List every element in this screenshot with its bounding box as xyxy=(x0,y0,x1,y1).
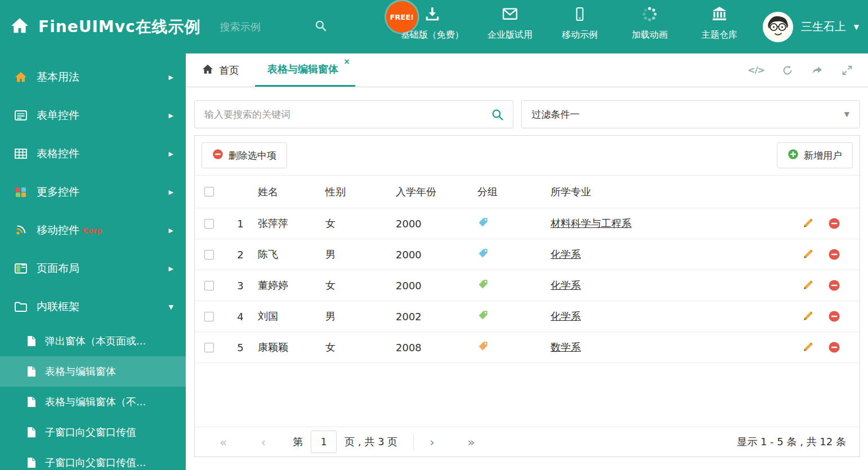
chevron-down-icon: ▼ xyxy=(844,110,849,118)
expand-icon[interactable] xyxy=(841,64,853,77)
tab-home-label: 首页 xyxy=(219,64,239,77)
nav-label: 基础版（免费） xyxy=(401,29,464,41)
home-icon[interactable] xyxy=(10,17,29,37)
table-header: 姓名 性别 入学年份 分组 所学专业 xyxy=(195,176,860,208)
nav-enterprise-trial[interactable]: 企业版试用 xyxy=(486,6,534,41)
main-wrap: 基本用法 ▶ 表单控件 ▶ 表格控件 ▶ 更多控件 ▶ xyxy=(0,53,868,470)
delete-icon[interactable] xyxy=(828,310,840,323)
row-checkbox[interactable] xyxy=(204,250,214,259)
add-user-button[interactable]: 新增用户 xyxy=(777,142,853,168)
home-icon xyxy=(202,64,214,77)
major-link[interactable]: 数学系 xyxy=(551,341,581,353)
sidebar-item-more-controls[interactable]: 更多控件 ▶ xyxy=(0,173,186,211)
edit-icon[interactable] xyxy=(802,248,813,261)
delete-icon[interactable] xyxy=(828,217,840,230)
sidebar-item-mobile-controls[interactable]: 移动控件 Corp ▶ xyxy=(0,211,186,249)
header-nav: 基础版（免费） 企业版试用 移动示例 加载动画 xyxy=(401,6,743,41)
delete-selected-label: 删除选中项 xyxy=(229,149,276,162)
filter-row: 过滤条件一 ▼ xyxy=(194,100,860,128)
spinner-icon xyxy=(641,6,658,25)
sidebar-subitem-child-to-parent[interactable]: 子窗口向父窗口传值 xyxy=(0,417,186,447)
sidebar-item-page-layout[interactable]: 页面布局 ▶ xyxy=(0,249,186,288)
tab-grid-edit-window[interactable]: 表格与编辑窗体 × xyxy=(255,53,355,87)
first-page-icon[interactable]: « xyxy=(220,435,227,449)
folder-icon xyxy=(14,301,28,313)
major-link[interactable]: 化学系 xyxy=(551,279,581,291)
next-page-icon[interactable]: › xyxy=(429,435,435,449)
row-checkbox[interactable] xyxy=(204,219,214,229)
sidebar: 基本用法 ▶ 表单控件 ▶ 表格控件 ▶ 更多控件 ▶ xyxy=(0,53,186,470)
header-search-input[interactable] xyxy=(220,21,305,33)
nav-label: 企业版试用 xyxy=(487,29,533,41)
nav-theme-store[interactable]: 主题仓库 xyxy=(696,6,743,41)
user-menu[interactable]: 三生石上 ▼ xyxy=(763,0,859,53)
sidebar-item-grid-controls[interactable]: 表格控件 ▶ xyxy=(0,135,186,173)
sidebar-item-label: 表单控件 xyxy=(37,108,79,123)
edit-icon[interactable] xyxy=(802,341,813,353)
delete-selected-button[interactable]: 删除选中项 xyxy=(202,142,287,168)
layout-icon xyxy=(14,262,28,275)
page-number-input[interactable]: 1 xyxy=(311,431,337,453)
delete-icon[interactable] xyxy=(828,341,840,353)
search-icon[interactable] xyxy=(491,108,504,124)
last-page-icon[interactable]: » xyxy=(467,435,475,449)
page-suffix: 页 , 共 3 页 xyxy=(344,435,397,449)
name-cell: 董婷婷 xyxy=(258,279,325,292)
row-checkbox[interactable] xyxy=(204,312,214,321)
chevron-down-icon: ▼ xyxy=(169,303,173,311)
sidebar-subitem-label: 表格与编辑窗体（不... xyxy=(45,395,146,409)
col-year: 入学年份 xyxy=(396,185,477,199)
edit-icon[interactable] xyxy=(802,279,813,292)
chevron-right-icon: ▶ xyxy=(169,265,173,272)
name-cell: 陈飞 xyxy=(258,248,325,261)
col-name: 姓名 xyxy=(258,185,325,199)
sidebar-item-form-controls[interactable]: 表单控件 ▶ xyxy=(0,96,186,135)
row-number: 5 xyxy=(223,342,258,353)
row-checkbox[interactable] xyxy=(204,281,214,290)
page-icon xyxy=(26,457,37,468)
sidebar-item-basic-usage[interactable]: 基本用法 ▶ xyxy=(0,58,186,96)
top-header: FineUIMvc在线示例 FREE! 基础版（免费） 企业版试用 移动示例 xyxy=(0,0,868,53)
page-icon xyxy=(26,396,37,408)
chevron-right-icon: ▶ xyxy=(169,227,173,234)
filter-dropdown[interactable]: 过滤条件一 ▼ xyxy=(521,100,861,128)
refresh-icon[interactable] xyxy=(781,64,794,77)
prev-page-icon[interactable]: ‹ xyxy=(261,435,266,449)
row-checkbox[interactable] xyxy=(204,343,214,352)
sidebar-item-label: 表格控件 xyxy=(37,146,79,161)
share-icon[interactable] xyxy=(811,64,824,77)
major-link[interactable]: 化学系 xyxy=(551,248,581,260)
row-number: 2 xyxy=(223,249,258,261)
avatar xyxy=(763,12,793,42)
nav-mobile-demo[interactable]: 移动示例 xyxy=(556,6,603,41)
edit-icon[interactable] xyxy=(802,310,813,323)
tag-icon xyxy=(477,217,489,228)
select-all-checkbox[interactable] xyxy=(204,187,214,196)
source-code-icon[interactable]: </> xyxy=(748,65,764,75)
tab-home[interactable]: 首页 xyxy=(186,53,255,87)
header-search[interactable] xyxy=(220,20,338,34)
major-link[interactable]: 材料科学与工程系 xyxy=(551,217,632,229)
close-icon[interactable]: × xyxy=(343,57,350,65)
sidebar-subitem-popup-window[interactable]: 弹出窗体（本页面或... xyxy=(0,326,186,356)
sidebar-subitem-grid-edit-window-2[interactable]: 表格与编辑窗体（不... xyxy=(0,387,186,417)
pager-divider xyxy=(413,434,414,450)
gender-cell: 女 xyxy=(325,341,396,354)
major-link[interactable]: 化学系 xyxy=(551,310,581,322)
keyword-search-input[interactable] xyxy=(204,109,487,120)
nav-loading-animation[interactable]: 加载动画 xyxy=(626,6,673,41)
search-icon[interactable] xyxy=(315,20,327,34)
table-row: 4 刘国 男 2002 化学系 xyxy=(195,301,860,332)
home-icon xyxy=(14,71,28,83)
keyword-search[interactable] xyxy=(194,100,513,128)
table-row: 3 董婷婷 女 2000 化学系 xyxy=(195,270,860,301)
delete-icon[interactable] xyxy=(828,248,840,261)
edit-icon[interactable] xyxy=(802,217,813,230)
sidebar-subitem-child-to-parent-2[interactable]: 子窗口向父窗口传值... xyxy=(0,447,186,470)
sidebar-subitem-grid-edit-window[interactable]: 表格与编辑窗体 xyxy=(0,356,186,387)
page-icon xyxy=(26,366,37,377)
delete-icon[interactable] xyxy=(828,279,840,292)
bank-icon xyxy=(710,6,728,25)
table-body: 1 张萍萍 女 2000 材料科学与工程系 xyxy=(195,208,860,363)
sidebar-item-inline-frame[interactable]: 内联框架 ▼ xyxy=(0,288,186,326)
